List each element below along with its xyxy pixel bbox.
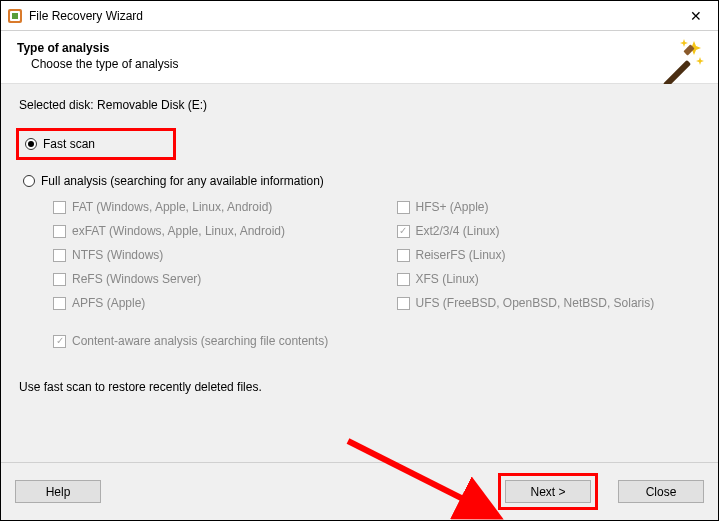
radio-icon [25,138,37,150]
fs-reiserfs[interactable]: ReiserFS (Linux) [397,248,701,262]
checkbox-icon [53,225,66,238]
close-button[interactable]: Close [618,480,704,503]
fast-scan-option[interactable]: Fast scan [16,128,176,160]
fs-xfs[interactable]: XFS (Linux) [397,272,701,286]
content-aware-label: Content-aware analysis (searching file c… [72,334,328,348]
checkbox-icon [397,273,410,286]
close-icon: ✕ [690,9,702,23]
fs-refs[interactable]: ReFS (Windows Server) [53,272,357,286]
checkbox-icon [53,297,66,310]
checkbox-icon [53,201,66,214]
checkbox-icon [397,297,410,310]
filesystem-grid: FAT (Windows, Apple, Linux, Android) HFS… [53,200,700,310]
hint-text: Use fast scan to restore recently delete… [19,380,700,394]
checkbox-icon: ✓ [53,335,66,348]
next-highlight: Next > [498,473,598,510]
svg-rect-2 [12,13,18,19]
wizard-content: Selected disk: Removable Disk (E:) Fast … [1,84,718,462]
content-aware-option[interactable]: ✓ Content-aware analysis (searching file… [53,334,700,348]
fs-exfat[interactable]: exFAT (Windows, Apple, Linux, Android) [53,224,357,238]
svg-marker-4 [680,39,688,47]
header-subtitle: Choose the type of analysis [31,57,702,71]
fast-scan-label: Fast scan [43,137,95,151]
selected-disk-label: Selected disk: Removable Disk (E:) [19,98,700,112]
app-icon [7,8,23,24]
svg-rect-6 [663,60,691,85]
wizard-header: Type of analysis Choose the type of anal… [1,31,718,84]
wizard-wand-icon [656,37,704,85]
full-analysis-label: Full analysis (searching for any availab… [41,174,324,188]
full-analysis-option[interactable]: Full analysis (searching for any availab… [19,172,700,190]
titlebar: File Recovery Wizard ✕ [1,1,718,31]
checkbox-icon [397,249,410,262]
fs-ntfs[interactable]: NTFS (Windows) [53,248,357,262]
window-title: File Recovery Wizard [29,9,673,23]
checkbox-icon [53,273,66,286]
checkbox-icon [53,249,66,262]
help-button[interactable]: Help [15,480,101,503]
svg-marker-5 [696,57,704,65]
fs-hfs[interactable]: HFS+ (Apple) [397,200,701,214]
checkbox-icon [397,201,410,214]
button-bar: Help Next > Close [1,462,718,520]
window-close-button[interactable]: ✕ [673,1,718,31]
checkbox-icon: ✓ [397,225,410,238]
header-title: Type of analysis [17,41,702,55]
fs-ext[interactable]: ✓Ext2/3/4 (Linux) [397,224,701,238]
next-button[interactable]: Next > [505,480,591,503]
radio-icon [23,175,35,187]
fs-ufs[interactable]: UFS (FreeBSD, OpenBSD, NetBSD, Solaris) [397,296,701,310]
fs-fat[interactable]: FAT (Windows, Apple, Linux, Android) [53,200,357,214]
wizard-window: File Recovery Wizard ✕ Type of analysis … [0,0,719,521]
fs-apfs[interactable]: APFS (Apple) [53,296,357,310]
